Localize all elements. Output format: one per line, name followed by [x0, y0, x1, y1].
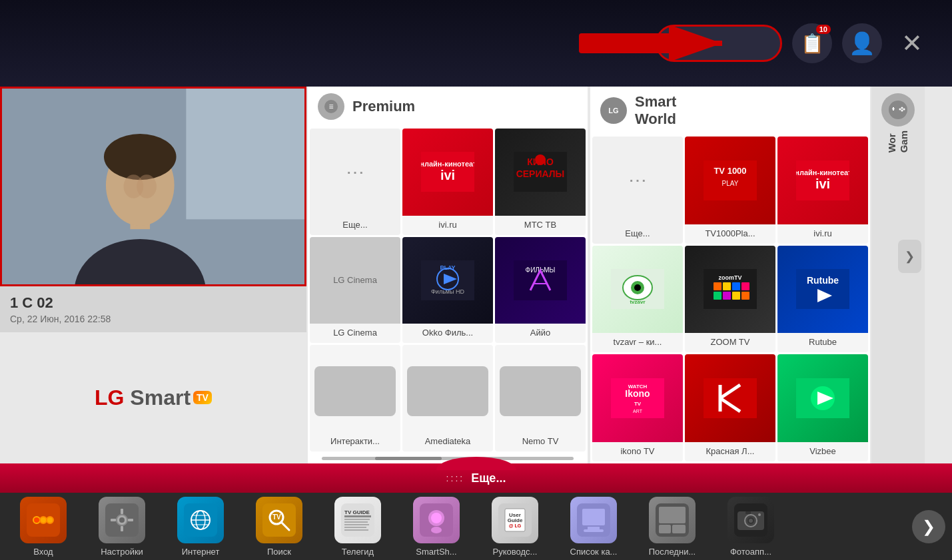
- nemotv-icon: [495, 345, 586, 432]
- mts-label: МТС ТВ: [522, 220, 559, 230]
- dock-item-nastrojki[interactable]: Настройки: [85, 497, 159, 557]
- ivi2-app-item[interactable]: Онлайн-кинотеатр ivi ivi.ru: [777, 137, 868, 244]
- dock-label-smartsh: SmartSh...: [416, 547, 456, 557]
- svg-text:Ikono: Ikono: [625, 388, 650, 399]
- svg-point-101: [431, 513, 442, 523]
- rutube-app-item[interactable]: Rutube Rutube: [777, 246, 868, 353]
- scroll-right-button[interactable]: ❯: [898, 240, 921, 273]
- notification-count: 10: [816, 25, 831, 34]
- svg-rect-78: [121, 526, 123, 531]
- dock-item-spisok[interactable]: Список ка...: [557, 497, 630, 557]
- svg-rect-46: [732, 292, 740, 300]
- svg-point-73: [47, 517, 53, 523]
- interakti-app-item[interactable]: Интеракти...: [310, 345, 400, 451]
- dock-item-vhod[interactable]: Вход: [7, 497, 80, 557]
- svg-text:Онлайн-кинотеатр: Онлайн-кинотеатр: [796, 168, 849, 176]
- svg-rect-95: [344, 521, 368, 523]
- dock-next-button[interactable]: ❯: [912, 510, 945, 543]
- game-world-icon: [881, 93, 915, 127]
- svg-text:PLAY: PLAY: [440, 264, 455, 271]
- lg-text: LG: [95, 386, 124, 410]
- svg-rect-98: [344, 529, 368, 531]
- svg-text:PLAY: PLAY: [722, 180, 739, 187]
- svg-point-19: [535, 154, 546, 165]
- svg-point-102: [431, 527, 442, 533]
- tv1000-app-item[interactable]: TV 1000 PLAY TV1000Pla...: [685, 137, 775, 244]
- top-bar: 🔍 📋 10 👤 ✕: [0, 0, 952, 87]
- zoomtv-app-item[interactable]: zoomTV ZOOM TV: [685, 246, 775, 353]
- svg-text:zoomTV: zoomTV: [719, 274, 742, 281]
- dock-icon-posledni: [649, 497, 696, 543]
- aijo-icon: ФИЛЬМЫ: [495, 237, 586, 324]
- svg-rect-114: [659, 525, 671, 533]
- lgcinema-label: LG Cinema: [330, 328, 380, 338]
- dock-label-spisok: Список ка...: [570, 547, 618, 557]
- close-button[interactable]: ✕: [892, 23, 932, 63]
- smart-world-eshe-button[interactable]: ⋯ Еще...: [592, 137, 683, 244]
- svg-rect-96: [344, 524, 369, 525]
- dock-item-telegid[interactable]: TV GUIDE Телегид: [321, 497, 394, 557]
- lg-smart-logo: LG SmartTV: [95, 386, 212, 410]
- left-panel: 1 С 02 Ср, 22 Июн, 2016 22:58 LG SmartTV: [0, 87, 306, 463]
- profile-icon: 👤: [849, 31, 875, 56]
- dock-icon-nastrojki: [99, 497, 145, 543]
- mts-app-item[interactable]: КИНО СЕРИАЛЫ МТС ТВ: [495, 129, 586, 235]
- svg-text:TV: TV: [634, 401, 642, 407]
- svg-text:СЕРИАЛЫ: СЕРИАЛЫ: [516, 168, 565, 179]
- ikonotv-icon: WATCH Ikono TV ART: [592, 354, 683, 442]
- tvzavr-app-item[interactable]: tvzavr tvzavr – ки...: [592, 246, 683, 353]
- svg-text:TV 1000: TV 1000: [714, 166, 746, 176]
- svg-rect-109: [582, 509, 605, 525]
- dock-icon-smartsh: [413, 497, 460, 543]
- svg-rect-44: [714, 292, 721, 300]
- svg-text:Фильмы HD: Фильмы HD: [431, 288, 464, 295]
- aijo-app-item[interactable]: ФИЛЬМЫ Аййо: [495, 237, 586, 344]
- svg-text:Онлайн-кинотеатр: Онлайн-кинотеатр: [421, 160, 474, 168]
- dock-item-rukovods[interactable]: User Guide @ LG Руководс...: [478, 497, 552, 557]
- profile-button[interactable]: 👤: [842, 23, 882, 63]
- ikonotv-app-item[interactable]: WATCH Ikono TV ART ikono TV: [592, 354, 683, 461]
- channel-time: Ср, 22 Июн, 2016 22:58: [10, 314, 296, 324]
- notification-button[interactable]: 📋 10: [792, 23, 832, 63]
- svg-point-71: [33, 517, 40, 523]
- svg-point-10: [137, 174, 157, 198]
- dock-item-posledni[interactable]: Последни...: [636, 497, 709, 557]
- amediateka-label: Amediateka: [422, 436, 474, 446]
- svg-text:TV: TV: [272, 513, 281, 521]
- dock-icon-poisk: TV: [256, 497, 302, 543]
- dock-item-poisk[interactable]: TV Поиск: [242, 497, 316, 557]
- dock-item-smartsh[interactable]: SmartSh...: [400, 497, 473, 557]
- svg-rect-79: [111, 519, 116, 521]
- dock-icon-rukovods: User Guide @ LG: [492, 497, 538, 543]
- tv-preview[interactable]: [0, 87, 306, 286]
- krasnaya-icon: [685, 354, 775, 442]
- game-world-inner: GamWor: [871, 87, 925, 463]
- premium-eshe-button[interactable]: ⋯ Еще...: [310, 129, 400, 235]
- smart-world-eshe-label: Еще...: [622, 228, 652, 238]
- svg-rect-111: [584, 529, 604, 532]
- vizbee-app-item[interactable]: Vizbee: [777, 354, 868, 461]
- okko-icon: Фильмы HD PLAY: [402, 237, 493, 324]
- dock-item-fotoapl[interactable]: Фотоапп...: [714, 497, 787, 557]
- rutube-label: Rutube: [806, 337, 839, 347]
- krasnaya-app-item[interactable]: Красная Л...: [685, 354, 775, 461]
- lg-badge-icon: LG: [608, 107, 618, 115]
- bottom-bar: :::: Еще... Вход: [0, 463, 952, 560]
- amediateka-app-item[interactable]: Amediateka: [402, 345, 493, 451]
- ivi-app-item[interactable]: Онлайн-кинотеатр ivi ivi.ru: [402, 129, 493, 235]
- eshe-center-button[interactable]: :::: Еще...: [0, 463, 952, 493]
- smart-world-app-grid: ⋯ Еще... TV 1000 PLAY TV1000Pla...: [590, 135, 870, 463]
- premium-section: ≡ Premium ⋯ Еще... Онлайн-кинотеатр iv: [308, 87, 588, 463]
- notification-icon: 📋: [801, 33, 824, 55]
- svg-rect-113: [659, 507, 686, 523]
- svg-point-66: [901, 107, 903, 109]
- lgcinema-app-item[interactable]: LG Cinema LG Cinema: [310, 237, 400, 344]
- dock-item-internet[interactable]: Интернет: [164, 497, 237, 557]
- dock-label-fotoapl: Фотоапп...: [730, 547, 771, 557]
- nemotv-app-item[interactable]: Nemo TV: [495, 345, 586, 451]
- smart-world-title: SmartWorld: [635, 93, 676, 128]
- tv1000-label: TV1000Pla...: [702, 228, 757, 238]
- okko-app-item[interactable]: Фильмы HD PLAY Okko Филь...: [402, 237, 493, 344]
- lgcinema-icon: LG Cinema: [310, 237, 400, 324]
- ivi2-icon: Онлайн-кинотеатр ivi: [777, 137, 868, 224]
